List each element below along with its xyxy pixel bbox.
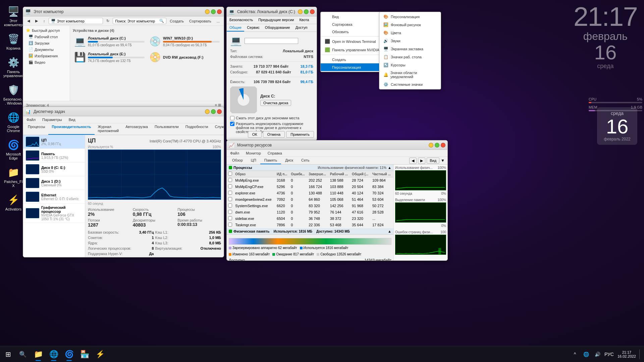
taskbar-chrome-app[interactable]: 🌐 bbox=[46, 347, 61, 362]
rm-process-row[interactable]: explorer.exe 4736 0 130 488 110 448 40 1… bbox=[227, 190, 393, 196]
tab-services[interactable]: Службы bbox=[211, 123, 224, 135]
dp-apply-btn[interactable]: Применить bbox=[286, 131, 314, 138]
tray-lang-icon[interactable]: РУС bbox=[604, 349, 614, 359]
disk-name-input[interactable] bbox=[245, 38, 298, 44]
rm-row-checkbox-2[interactable] bbox=[228, 191, 232, 195]
drive-d[interactable]: 💿 WIN7_WIN10 (D:) 8,04 ГБ свободно из 56… bbox=[148, 35, 221, 48]
toolbar-forward-btn[interactable]: ▶ bbox=[33, 18, 40, 24]
rm-process-row[interactable]: MsMpEngCP.exe 5296 0 166 724 103 888 20 … bbox=[227, 184, 393, 190]
tab-details[interactable]: Подробности bbox=[182, 123, 212, 135]
tray-volume-icon[interactable]: 🔊 bbox=[593, 349, 603, 359]
perf-cpu-item[interactable]: ЦП 2%, 0,98 ГГц bbox=[23, 135, 85, 149]
tab-app-history[interactable]: Журнал приложений bbox=[95, 123, 122, 135]
rm-row-checkbox-5[interactable] bbox=[228, 210, 232, 214]
resmon-minimize-btn[interactable] bbox=[429, 143, 433, 147]
diskprop-close-btn[interactable] bbox=[310, 9, 315, 14]
taskbar-edge-app[interactable]: 🌀 bbox=[62, 347, 76, 362]
show-desktop-btn[interactable] bbox=[639, 349, 641, 359]
tm-menu-file[interactable]: Файл bbox=[25, 117, 37, 122]
perf-disk1-item[interactable]: Диск 1 (D:) Сменный 0% bbox=[23, 176, 85, 190]
toolbar-refresh-btn[interactable]: ↻ bbox=[104, 18, 111, 24]
toolbar-more-btn[interactable]: ... bbox=[215, 18, 222, 24]
rm-phys-header[interactable]: Физическая память Используется: 1816 МБ … bbox=[227, 228, 393, 235]
taskmanager-close-btn[interactable] bbox=[217, 109, 222, 114]
perf-ethernet-item[interactable]: Ethernet Ethernet О: 0 П: 0 кбит/с bbox=[23, 190, 85, 204]
desktop-icon-patches[interactable]: 📁 Patches_FIX bbox=[2, 164, 25, 189]
rm-tab-memory[interactable]: Память bbox=[260, 157, 281, 164]
sidebar-quick-access[interactable]: ⭐ Быстрый доступ bbox=[23, 27, 70, 34]
taskbar-search-btn[interactable]: 🔍 bbox=[16, 348, 30, 361]
perf-gpu-item[interactable]: Графический процессор NVIDIA GeForce GTX… bbox=[23, 204, 85, 223]
persona-item-screensaver[interactable]: 🖥️ Экранная заставка bbox=[379, 45, 441, 53]
tab-processes[interactable]: Процессы bbox=[24, 123, 48, 135]
desktop-icon-security[interactable]: 🛡️ Безопасно... Windows bbox=[2, 82, 25, 107]
rm-col-working[interactable]: Рабочий ... bbox=[329, 171, 351, 177]
tm-menu-params[interactable]: Параметры bbox=[41, 117, 63, 122]
resmon-menu-file[interactable]: Файл bbox=[229, 150, 240, 156]
rm-process-row[interactable]: MsMpEng.exe 3168 0 202 252 138 588 28 72… bbox=[227, 177, 393, 184]
resmon-view-btn[interactable]: Вид bbox=[427, 158, 439, 164]
perf-memory-item[interactable]: Память 1,9/15,9 ГБ (12%) bbox=[23, 149, 85, 163]
taskbar-store-app[interactable]: 🏪 bbox=[77, 347, 92, 362]
toolbar-sort-btn[interactable]: Сортировать bbox=[187, 18, 213, 24]
diskprop-maximize-btn[interactable] bbox=[304, 9, 309, 14]
rm-col-shared[interactable]: Общий (... bbox=[351, 171, 371, 177]
tray-network-icon[interactable]: 🌐 bbox=[581, 349, 591, 359]
resmon-menu-monitor[interactable]: Монитор bbox=[245, 150, 262, 156]
persona-item-sounds[interactable]: 🔊 Звуки bbox=[379, 37, 441, 45]
persona-item-main[interactable]: 🎨 Персонализация bbox=[379, 13, 441, 21]
rm-col-pid[interactable]: ИД п... bbox=[275, 171, 289, 177]
rm-process-row[interactable]: Taskmgr.exe 7896 0 22 336 53 468 35 644 … bbox=[227, 222, 393, 228]
rm-col-faults[interactable]: Ошибк... bbox=[289, 171, 307, 177]
persona-item-sys-icons[interactable]: ⚙️ Системные значки bbox=[379, 80, 441, 88]
dp-tab-access[interactable]: Доступ bbox=[293, 24, 310, 32]
desktop-icon-recycle[interactable]: 🗑️ Корзина bbox=[2, 31, 25, 52]
taskbar-extra-app[interactable]: ⚡ bbox=[93, 347, 107, 362]
explorer-minimize-btn[interactable] bbox=[205, 9, 210, 14]
explorer-close-btn[interactable] bbox=[217, 9, 222, 14]
desktop-icon-this-pc[interactable]: 🖥️ Этот компьютер bbox=[2, 3, 25, 28]
rm-row-checkbox-6[interactable] bbox=[228, 216, 232, 220]
sidebar-videos[interactable]: 🎬 Видео bbox=[23, 59, 70, 65]
rm-process-row[interactable]: sidebar.exe 6504 0 36 748 38 372 23 320 … bbox=[227, 216, 393, 222]
rm-tab-cpu[interactable]: ЦП bbox=[247, 157, 260, 164]
rm-row-checkbox-7[interactable] bbox=[228, 223, 232, 227]
taskbar-file-explorer[interactable]: 📁 bbox=[31, 347, 46, 362]
sidebar-documents[interactable]: 📄 Документы bbox=[23, 46, 70, 53]
dp-tab-prev-versions[interactable]: Предыдущие версии bbox=[256, 16, 297, 24]
taskmanager-maximize-btn[interactable] bbox=[211, 109, 216, 114]
resmon-nav-next[interactable]: ▶ bbox=[418, 158, 425, 164]
toolbar-up-btn[interactable]: ↑ bbox=[41, 18, 47, 24]
rm-process-header[interactable]: Процессы Использование физической памяти… bbox=[227, 165, 393, 171]
rm-process-row[interactable]: SystemSettings.exe 6620 0 83 320 142 256… bbox=[227, 203, 393, 209]
rm-row-checkbox-1[interactable] bbox=[228, 184, 232, 188]
desktop-icon-activators[interactable]: ⚡ Activators bbox=[2, 192, 25, 213]
desktop-icon-edge[interactable]: 🌀 Microsoft Edge bbox=[2, 137, 25, 162]
persona-item-notify-icons[interactable]: 🔔 Значки области уведомлений bbox=[379, 69, 441, 80]
rm-row-checkbox-4[interactable] bbox=[228, 203, 232, 207]
rm-col-term[interactable]: Заверше... bbox=[307, 171, 329, 177]
sidebar-pictures[interactable]: 🖼️ Изображения bbox=[23, 53, 70, 59]
index-checkbox[interactable] bbox=[230, 122, 234, 126]
sidebar-desktop[interactable]: 🖥️ Рабочий стол bbox=[23, 34, 70, 40]
dp-tab-service[interactable]: Сервис bbox=[244, 24, 262, 32]
desktop-icon-chrome[interactable]: 🌐 Google Chrome bbox=[2, 109, 25, 134]
rm-select-all[interactable] bbox=[228, 172, 232, 176]
toolbar-back-btn[interactable]: ◀ bbox=[25, 18, 32, 24]
rm-tab-overview[interactable]: Обзор bbox=[228, 157, 247, 164]
dp-tab-security[interactable]: Безопасность bbox=[227, 16, 256, 24]
persona-item-bg[interactable]: 🖼️ Фоновый рисунок bbox=[379, 21, 441, 29]
perf-disk0-item[interactable]: Диск 0 (C: E:) SSD 0% bbox=[23, 163, 85, 176]
resmon-menu-help[interactable]: Справка bbox=[266, 150, 283, 156]
search-bar[interactable]: Поиск: Этот компьютер 🔍 bbox=[113, 18, 166, 24]
rm-process-row[interactable]: msedgewebview2.exe 7092 0 64 860 105 068… bbox=[227, 196, 393, 203]
rm-tab-network[interactable]: Сеть bbox=[297, 157, 313, 164]
dp-tab-quota[interactable]: Квота bbox=[297, 16, 312, 24]
rm-row-checkbox-3[interactable] bbox=[228, 197, 232, 201]
tray-notify-icon[interactable]: ^ bbox=[570, 349, 580, 359]
toolbar-create-btn[interactable]: Создать bbox=[168, 18, 186, 24]
resmon-close-btn[interactable] bbox=[441, 143, 445, 147]
taskmanager-minimize-btn[interactable] bbox=[205, 109, 210, 114]
sidebar-downloads[interactable]: ⬇️ Загрузки bbox=[23, 40, 70, 46]
taskbar-clock[interactable]: 21:17 16.02.2022 bbox=[615, 350, 638, 359]
